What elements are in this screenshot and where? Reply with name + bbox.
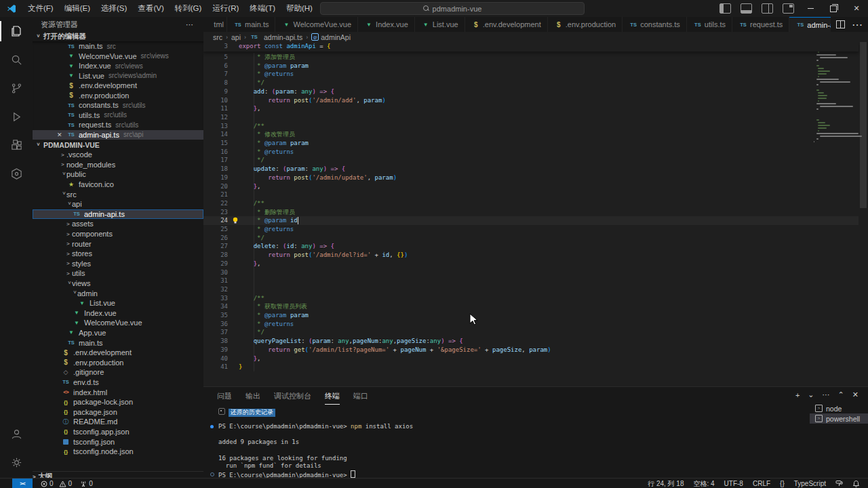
run-debug-icon[interactable]	[0, 102, 33, 131]
code-line[interactable]: 17 */	[203, 156, 859, 165]
sticky-scroll-line[interactable]: 3export const adminApi = {	[203, 42, 859, 52]
code-line[interactable]: 6 * @param param	[203, 62, 859, 70]
tree-item-index.html[interactable]: <>index.html	[33, 387, 203, 397]
tab-WelcomeVue.vue[interactable]: ▼WelcomeVue.vue	[275, 17, 358, 32]
split-editor-icon[interactable]	[836, 20, 845, 28]
code-editor[interactable]: 3export const adminApi = { 5 * 添加管理员6 * …	[203, 42, 868, 386]
indentation[interactable]: 空格: 4	[693, 479, 714, 488]
tree-item-package.json[interactable]: {}package.json	[33, 407, 203, 417]
breadcrumb-item[interactable]: TSadmin-api.ts	[250, 33, 302, 41]
tab-tml[interactable]: tml	[203, 17, 227, 32]
source-control-icon[interactable]	[0, 74, 33, 102]
code-line[interactable]: 5 * 添加管理员	[203, 53, 859, 62]
code-line[interactable]: 10 return post('/admin/add', param)	[203, 96, 859, 105]
menu-item[interactable]: 运行(R)	[207, 0, 244, 17]
terminal-output[interactable]: 还原的历史记录PS E:\course\pdmadmin\pdmadmin-vu…	[203, 407, 807, 478]
tree-item-admin-api.ts[interactable]: TSadmin-api.ts	[33, 209, 203, 220]
tab-constants.ts[interactable]: TSconstants.ts	[623, 17, 687, 32]
tree-item-.gitignore[interactable]: ◇.gitignore	[33, 367, 203, 378]
breadcrumb-item[interactable]: api	[231, 33, 241, 41]
tree-item-.vscode[interactable]: >.vscode	[33, 150, 203, 160]
code-line[interactable]: 28 return post('/admin/del?id=' + id, {}…	[203, 251, 859, 260]
code-line[interactable]: 23 * 删除管理员	[203, 208, 859, 217]
command-center-search[interactable]: pdmadmin-vue	[320, 2, 585, 15]
code-line[interactable]: 22 /**	[203, 199, 859, 208]
code-line[interactable]: 39 return get('/admin/list?pageNum=' + p…	[203, 346, 859, 354]
code-line[interactable]: 11 },	[203, 104, 859, 113]
code-line[interactable]: 35 * @param param	[203, 311, 859, 320]
open-editor-item[interactable]: $.env.development	[33, 81, 203, 91]
formatter-icon[interactable]	[835, 480, 843, 487]
tree-item-package-lock.json[interactable]: {}package-lock.json	[33, 397, 203, 407]
tab-request.ts[interactable]: TSrequest.ts	[732, 17, 789, 32]
code-line[interactable]: 16 * @returns	[203, 148, 859, 157]
restore-button[interactable]	[822, 0, 845, 17]
account-icon[interactable]	[0, 420, 33, 448]
panel-tab-调试控制台[interactable]: 调试控制台	[274, 391, 311, 405]
tree-item-stores[interactable]: >stores	[33, 249, 203, 259]
tree-item-tsconfig.json[interactable]: tsconfig.json	[33, 436, 203, 447]
tree-item-assets[interactable]: >assets	[33, 219, 203, 229]
notifications-icon[interactable]	[852, 480, 860, 487]
tree-item-List.vue[interactable]: ▼List.vue	[33, 298, 203, 308]
tab-List.vue[interactable]: ▼List.vue	[415, 17, 465, 32]
project-root-header[interactable]: > PDMADMIN-VUE	[33, 140, 203, 150]
tree-item-api[interactable]: >api	[33, 199, 203, 209]
plugin-icon[interactable]	[0, 159, 33, 188]
open-editor-item[interactable]: ✕TSadmin-api.tssrc\api	[33, 130, 203, 140]
more-icon[interactable]: ⋯	[823, 390, 830, 399]
code-line[interactable]: 27 delete: (id: any) => {	[203, 242, 859, 251]
minimize-button[interactable]	[799, 0, 822, 17]
open-editor-item[interactable]: ▼Index.vuesrc\views	[33, 61, 203, 71]
tree-item-App.vue[interactable]: ▼App.vue	[33, 328, 203, 338]
breadcrumb-item[interactable]: @adminApi	[311, 33, 351, 41]
toggle-secondary-sidebar-icon[interactable]	[762, 3, 773, 14]
extensions-icon[interactable]	[0, 131, 33, 159]
command-decoration-icon[interactable]	[210, 472, 214, 476]
tree-item-public[interactable]: >public	[33, 169, 203, 180]
code-line[interactable]: 7 * @returns	[203, 70, 859, 79]
ports-indicator[interactable]: 0	[80, 480, 93, 487]
tree-item-main.ts[interactable]: TSmain.ts	[33, 338, 203, 348]
tab-utils.ts[interactable]: TSutils.ts	[687, 17, 732, 32]
maximize-panel-icon[interactable]: ⌃	[838, 390, 844, 399]
tree-item-src[interactable]: >src	[33, 189, 203, 199]
settings-icon[interactable]	[0, 448, 33, 476]
cursor-position[interactable]: 行 24, 列 18	[648, 479, 684, 488]
code-line[interactable]: 15 * @param param	[203, 139, 859, 148]
open-editor-item[interactable]: $.env.production	[33, 91, 203, 101]
code-line[interactable]: 40 },	[203, 354, 859, 363]
tab-main.ts[interactable]: TSmain.ts	[227, 17, 275, 32]
search-icon[interactable]	[0, 45, 33, 74]
open-editor-item[interactable]: TSrequest.tssrc\utils	[33, 120, 203, 130]
open-editor-item[interactable]: ▼List.vuesrc\views\admin	[33, 71, 203, 81]
encoding[interactable]: UTF-8	[724, 480, 743, 487]
tab-.env.development[interactable]: $.env.development	[465, 17, 548, 32]
code-line[interactable]: 30	[203, 268, 859, 277]
language-braces[interactable]: {}	[780, 480, 785, 487]
close-panel-icon[interactable]: ✕	[852, 390, 859, 399]
remote-indicator[interactable]: ><	[12, 479, 33, 488]
code-line[interactable]: 37 */	[203, 328, 859, 337]
panel-tab-问题[interactable]: 问题	[217, 391, 232, 405]
tree-item-nodemodules[interactable]: >node_modules	[33, 160, 203, 170]
new-terminal-icon[interactable]: +	[795, 391, 800, 399]
toggle-sidebar-icon[interactable]	[719, 3, 731, 14]
code-line[interactable]: 25 * @returns	[203, 225, 859, 234]
editor-more-actions-icon[interactable]: ⋯	[852, 18, 863, 31]
tree-item-utils[interactable]: >utils	[33, 268, 203, 279]
code-line[interactable]: 34 * 获取管理员列表	[203, 302, 859, 311]
tree-item-router[interactable]: >router	[33, 239, 203, 249]
tree-item-.env.development[interactable]: $.env.development	[33, 348, 203, 358]
menu-item[interactable]: 帮助(H)	[281, 0, 318, 17]
editor-scrollbar[interactable]	[860, 42, 867, 208]
code-line[interactable]: 31	[203, 277, 859, 285]
code-line[interactable]: 19 return post('/admin/update', param)	[203, 174, 859, 182]
sidebar-more-actions-icon[interactable]: ⋯	[186, 20, 194, 29]
command-decoration-icon[interactable]	[210, 425, 214, 428]
panel-tab-输出[interactable]: 输出	[245, 391, 260, 405]
tree-item-tsconfig.node.json[interactable]: {}tsconfig.node.json	[33, 447, 203, 457]
terminal-instance-node[interactable]: >node	[810, 403, 868, 413]
tree-item-favicon.ico[interactable]: ★favicon.ico	[33, 180, 203, 190]
launch-profile-icon[interactable]: ⌄	[808, 390, 814, 399]
